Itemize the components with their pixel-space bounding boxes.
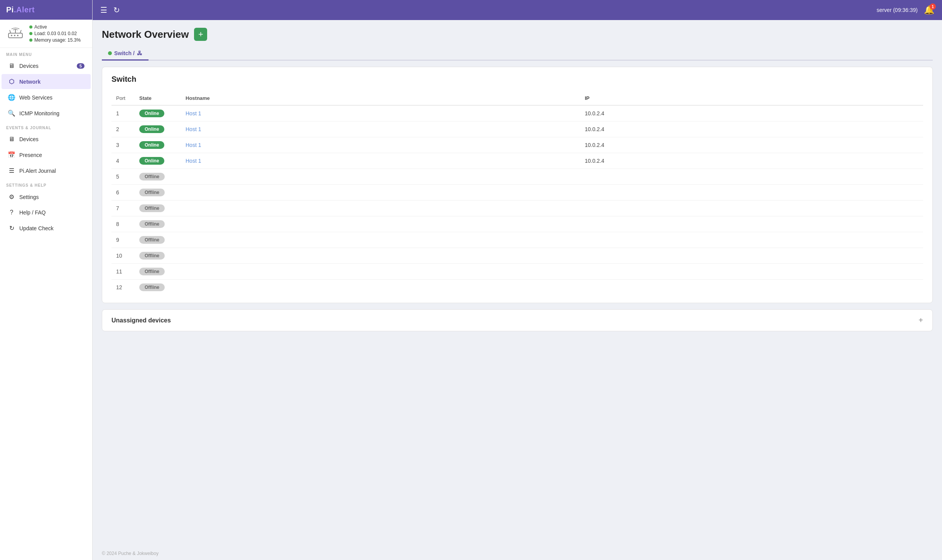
- online-badge: Online: [139, 110, 164, 117]
- col-hostname: Hostname: [181, 91, 580, 105]
- sidebar-item-icmp-monitoring[interactable]: 🔍 ICMP Monitoring: [2, 106, 91, 121]
- load-status: Load: 0.03 0.01 0.02: [29, 31, 81, 36]
- cell-ip: [580, 232, 923, 248]
- sidebar-item-help-faq[interactable]: ? Help / FAQ: [2, 205, 91, 220]
- hamburger-icon[interactable]: ☰: [100, 5, 107, 15]
- table-row: 7Offline: [111, 201, 923, 216]
- gear-icon: ⚙: [8, 193, 15, 201]
- switch-table-body: 1OnlineHost 110.0.2.42OnlineHost 110.0.2…: [111, 105, 923, 295]
- router-icon: [6, 26, 25, 41]
- sidebar-item-label: Web Services: [19, 94, 52, 101]
- sidebar-item-label: Update Check: [19, 225, 54, 231]
- cell-ip: 10.0.2.4: [580, 105, 923, 121]
- cell-hostname: [181, 185, 580, 201]
- hostname-link[interactable]: Host 1: [186, 158, 201, 164]
- table-row: 9Offline: [111, 232, 923, 248]
- cell-hostname[interactable]: Host 1: [181, 105, 580, 121]
- calendar-icon: 📅: [8, 151, 15, 159]
- cell-port: 9: [111, 232, 135, 248]
- sidebar-item-pialert-journal[interactable]: ☰ Pi.Alert Journal: [2, 163, 91, 178]
- cell-state: Offline: [135, 201, 181, 216]
- svg-line-6: [20, 30, 21, 33]
- cell-hostname: [181, 232, 580, 248]
- cell-ip: [580, 185, 923, 201]
- cell-hostname[interactable]: Host 1: [181, 121, 580, 137]
- refresh-icon: ↻: [8, 224, 15, 232]
- topbar: ☰ ↻ server (09:36:39) 🔔 1: [93, 0, 942, 20]
- table-row: 10Offline: [111, 248, 923, 264]
- cell-ip: 10.0.2.4: [580, 153, 923, 169]
- cell-port: 3: [111, 137, 135, 153]
- notification-bell-wrap: 🔔 1: [924, 5, 934, 15]
- sidebar-item-devices-events[interactable]: 🖥 Devices: [2, 132, 91, 147]
- cell-ip: [580, 264, 923, 280]
- cell-hostname[interactable]: Host 1: [181, 137, 580, 153]
- sidebar-item-web-services[interactable]: 🌐 Web Services: [2, 90, 91, 105]
- cell-ip: 10.0.2.4: [580, 121, 923, 137]
- events-label: EVENTS & JOURNAL: [0, 121, 92, 132]
- cell-state: Offline: [135, 232, 181, 248]
- hostname-link[interactable]: Host 1: [186, 142, 201, 148]
- page-title-row: Network Overview +: [102, 28, 933, 41]
- unassigned-title: Unassigned devices: [111, 317, 171, 324]
- tab-switch[interactable]: Switch / 🖧: [102, 47, 149, 61]
- cell-port: 2: [111, 121, 135, 137]
- sidebar-item-settings[interactable]: ⚙ Settings: [2, 189, 91, 204]
- cell-hostname: [181, 264, 580, 280]
- sidebar-item-label: ICMP Monitoring: [19, 110, 59, 116]
- main-menu-label: MAIN MENU: [0, 48, 92, 58]
- offline-badge: Offline: [139, 220, 165, 228]
- sidebar-item-update-check[interactable]: ↻ Update Check: [2, 221, 91, 236]
- tab-label: Switch /: [114, 50, 135, 56]
- svg-line-4: [10, 30, 11, 33]
- server-label: server (09:36:39): [876, 7, 918, 13]
- cell-hostname: [181, 169, 580, 185]
- add-button[interactable]: +: [194, 28, 207, 41]
- cell-hostname: [181, 248, 580, 264]
- cell-state: Online: [135, 121, 181, 137]
- cell-ip: [580, 201, 923, 216]
- online-badge: Online: [139, 125, 164, 133]
- offline-badge: Offline: [139, 204, 165, 212]
- cell-state: Offline: [135, 169, 181, 185]
- table-row: 12Offline: [111, 280, 923, 295]
- switch-table: Port State Hostname IP 1OnlineHost 110.0…: [111, 91, 923, 295]
- svg-point-3: [17, 35, 19, 36]
- main-area: ☰ ↻ server (09:36:39) 🔔 1 Network Overvi…: [93, 0, 942, 560]
- switch-card-title: Switch: [111, 75, 923, 84]
- hostname-link[interactable]: Host 1: [186, 110, 201, 116]
- sidebar-item-devices-main[interactable]: 🖥 Devices 5: [2, 59, 91, 73]
- cell-port: 7: [111, 201, 135, 216]
- table-row: 3OnlineHost 110.0.2.4: [111, 137, 923, 153]
- sidebar-header: Pi.Alert: [0, 0, 92, 20]
- page-footer: © 2024 Puche & Jokweiboy: [93, 547, 942, 560]
- cell-port: 8: [111, 216, 135, 232]
- svg-point-1: [11, 35, 12, 36]
- offline-badge: Offline: [139, 236, 165, 244]
- offline-badge: Offline: [139, 283, 165, 291]
- hostname-link[interactable]: Host 1: [186, 126, 201, 132]
- sidebar-item-network[interactable]: ⬡ Network: [2, 74, 91, 89]
- tab-switch-icon: 🖧: [137, 50, 142, 56]
- cell-ip: [580, 280, 923, 295]
- cell-state: Offline: [135, 248, 181, 264]
- cell-hostname: [181, 201, 580, 216]
- expand-icon[interactable]: +: [918, 316, 923, 325]
- page-title: Network Overview: [102, 29, 189, 40]
- cell-port: 4: [111, 153, 135, 169]
- cell-ip: [580, 216, 923, 232]
- devices-badge: 5: [77, 63, 84, 69]
- refresh-topbar-icon[interactable]: ↻: [113, 5, 120, 15]
- cell-hostname[interactable]: Host 1: [181, 153, 580, 169]
- sidebar-item-presence[interactable]: 📅 Presence: [2, 147, 91, 162]
- sidebar-item-label: Network: [19, 79, 41, 85]
- list-icon: ☰: [8, 167, 15, 174]
- cell-hostname: [181, 280, 580, 295]
- col-ip: IP: [580, 91, 923, 105]
- status-info: Active Load: 0.03 0.01 0.02 Memory usage…: [29, 24, 81, 43]
- active-status: Active: [29, 24, 81, 30]
- network-icon: ⬡: [8, 78, 15, 85]
- cell-port: 6: [111, 185, 135, 201]
- sidebar-item-label: Pi.Alert Journal: [19, 168, 56, 174]
- offline-badge: Offline: [139, 268, 165, 275]
